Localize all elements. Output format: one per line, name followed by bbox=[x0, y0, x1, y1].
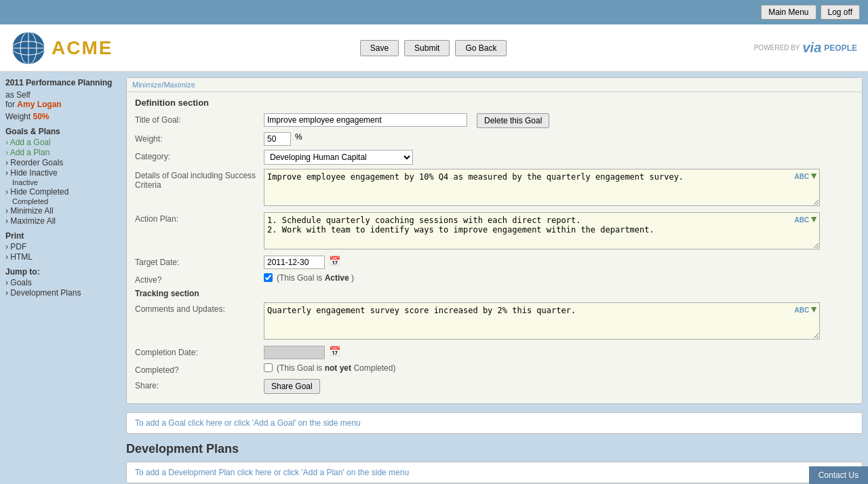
sidebar-reorder-goals[interactable]: › Reorder Goals bbox=[5, 158, 121, 167]
for-label: for Amy Logan bbox=[5, 100, 121, 109]
save-button[interactable]: Save bbox=[360, 40, 399, 56]
share-row: Share: Share Goal bbox=[135, 379, 854, 394]
category-value-area: Developing Human Capital bbox=[264, 150, 854, 165]
comments-textarea[interactable] bbox=[264, 302, 820, 340]
powered-by-text: POWERED BY bbox=[754, 44, 800, 52]
comments-label: Comments and Updates: bbox=[135, 302, 264, 314]
active-label: Active? bbox=[135, 273, 264, 285]
weight-row: Weight: % bbox=[135, 132, 854, 146]
logo-text: ACME bbox=[52, 37, 113, 59]
target-date-value-area: 📅 bbox=[264, 256, 854, 269]
sidebar-add-plan[interactable]: › Add a Plan bbox=[5, 148, 121, 157]
add-plan-link[interactable]: To add a Development Plan click here or … bbox=[135, 468, 409, 477]
goals-plans-label: Goals & Plans bbox=[5, 127, 121, 136]
globe-icon bbox=[11, 31, 46, 66]
contact-us-button[interactable]: Contact Us bbox=[809, 466, 868, 484]
planning-title: 2011 Performance Planning bbox=[5, 77, 121, 89]
dev-plans-title: Development Plans bbox=[126, 442, 863, 456]
active-row: Active? (This Goal is Active ) bbox=[135, 273, 854, 285]
comments-row: Comments and Updates: ABC▼ bbox=[135, 302, 854, 342]
weight-label: Weight bbox=[5, 112, 31, 121]
completion-date-input[interactable] bbox=[264, 346, 325, 359]
active-value-area: (This Goal is Active ) bbox=[264, 273, 854, 283]
title-value: Delete this Goal bbox=[264, 113, 854, 128]
definition-section-heading: Definition section bbox=[135, 98, 854, 108]
add-goal-link[interactable]: To add a Goal click here or click 'Add a… bbox=[135, 418, 361, 428]
action-plan-row: Action Plan: ABC▼ bbox=[135, 212, 854, 251]
weight-input[interactable] bbox=[264, 132, 291, 146]
sidebar-hide-completed[interactable]: › Hide Completed bbox=[5, 187, 121, 197]
target-date-row: Target Date: 📅 bbox=[135, 256, 854, 269]
completion-date-label: Completion Date: bbox=[135, 346, 264, 357]
details-label: Details of Goal including Success Criter… bbox=[135, 169, 264, 190]
comments-textarea-wrapper: ABC▼ bbox=[264, 302, 820, 342]
weight-value-area: % bbox=[264, 132, 854, 146]
details-spellcheck-icon: ABC▼ bbox=[794, 170, 818, 181]
header: ACME Save Submit Go Back POWERED BY via … bbox=[0, 24, 868, 72]
go-back-button[interactable]: Go Back bbox=[455, 40, 507, 56]
top-bar: Main Menu Log off bbox=[0, 0, 868, 24]
sidebar-minimize-all[interactable]: › Minimize All bbox=[5, 206, 121, 216]
details-textarea-wrapper: ABC▼ bbox=[264, 169, 820, 208]
sidebar-jump-dev-plans[interactable]: › Development Plans bbox=[5, 288, 121, 298]
share-label: Share: bbox=[135, 379, 264, 390]
action-plan-textarea[interactable] bbox=[264, 212, 820, 249]
comments-value-area: ABC▼ bbox=[264, 302, 854, 342]
completed-text: (This Goal is not yet Completed) bbox=[277, 363, 395, 373]
target-date-label: Target Date: bbox=[135, 256, 264, 267]
print-label: Print bbox=[5, 231, 121, 241]
log-off-button[interactable]: Log off bbox=[821, 5, 860, 20]
weight-row: Weight 50% bbox=[5, 112, 121, 121]
completed-checkbox[interactable] bbox=[264, 363, 273, 372]
sidebar-jump-goals[interactable]: › Goals bbox=[5, 278, 121, 287]
main-menu-button[interactable]: Main Menu bbox=[761, 5, 816, 20]
sidebar-pdf[interactable]: › PDF bbox=[5, 242, 121, 251]
sidebar-maximize-all[interactable]: › Maximize All bbox=[5, 216, 121, 226]
completed-label: Completed? bbox=[135, 363, 264, 375]
sidebar-hide-inactive[interactable]: › Hide Inactive bbox=[5, 168, 121, 178]
target-date-input[interactable] bbox=[264, 256, 325, 269]
panel-header[interactable]: Minimize/Maximize bbox=[127, 78, 862, 92]
active-checkbox[interactable] bbox=[264, 273, 273, 282]
category-row: Category: Developing Human Capital bbox=[135, 150, 854, 165]
add-goal-link-panel: To add a Goal click here or click 'Add a… bbox=[126, 412, 863, 434]
sidebar-html[interactable]: › HTML bbox=[5, 252, 121, 262]
dev-plans-section: Development Plans To add a Development P… bbox=[126, 442, 863, 483]
action-plan-label: Action Plan: bbox=[135, 212, 264, 224]
active-text: (This Goal is Active ) bbox=[277, 273, 354, 283]
completion-calendar-icon[interactable]: 📅 bbox=[329, 346, 340, 357]
completion-date-value-area: 📅 bbox=[264, 346, 854, 359]
people-text: PEOPLE bbox=[824, 43, 857, 53]
weight-value: 50% bbox=[33, 112, 49, 121]
header-buttons: Save Submit Go Back bbox=[360, 40, 507, 56]
active-bold-text: Active bbox=[325, 273, 349, 283]
title-input[interactable] bbox=[264, 113, 467, 127]
target-calendar-icon[interactable]: 📅 bbox=[329, 256, 340, 266]
share-goal-button[interactable]: Share Goal bbox=[264, 379, 320, 394]
minimize-maximize-link[interactable]: Minimize/Maximize bbox=[132, 81, 195, 89]
completed-row: Completed? (This Goal is not yet Complet… bbox=[135, 363, 854, 375]
powered-by-logo: POWERED BY via PEOPLE bbox=[754, 40, 857, 56]
main-layout: 2011 Performance Planning as Self for Am… bbox=[0, 72, 868, 484]
sidebar-add-goal[interactable]: › Add a Goal bbox=[5, 138, 121, 147]
category-label: Category: bbox=[135, 150, 264, 161]
category-select[interactable]: Developing Human Capital bbox=[264, 150, 413, 165]
comments-spellcheck-icon: ABC▼ bbox=[794, 304, 818, 315]
action-spellcheck-icon: ABC▼ bbox=[794, 214, 818, 224]
completion-date-row: Completion Date: 📅 bbox=[135, 346, 854, 359]
share-value-area: Share Goal bbox=[264, 379, 854, 394]
submit-button[interactable]: Submit bbox=[404, 40, 450, 56]
content-area: Minimize/Maximize Definition section Tit… bbox=[126, 77, 863, 484]
details-textarea[interactable] bbox=[264, 169, 820, 206]
delete-goal-button[interactable]: Delete this Goal bbox=[477, 113, 549, 128]
details-row: Details of Goal including Success Criter… bbox=[135, 169, 854, 208]
add-plan-link-panel: To add a Development Plan click here or … bbox=[126, 462, 863, 483]
completed-value-area: (This Goal is not yet Completed) bbox=[264, 363, 854, 373]
action-plan-value-area: ABC▼ bbox=[264, 212, 854, 251]
weight-label: Weight: bbox=[135, 132, 264, 144]
not-yet-text: not yet bbox=[325, 363, 351, 373]
goal-panel: Minimize/Maximize Definition section Tit… bbox=[126, 77, 863, 404]
user-name: Amy Logan bbox=[17, 100, 61, 109]
via-text: via bbox=[803, 40, 822, 56]
logo-area: ACME bbox=[11, 31, 113, 66]
